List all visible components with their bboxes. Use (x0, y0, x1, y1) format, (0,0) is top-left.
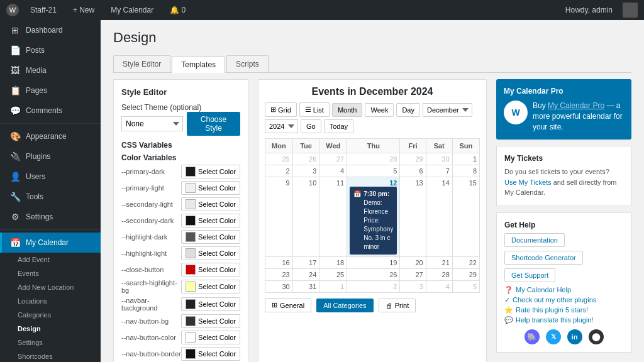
cal-week-button[interactable]: Week (365, 103, 394, 117)
social-github[interactable]: ⬤ (589, 329, 604, 344)
cal-day-1-1[interactable]: 3 (292, 165, 319, 177)
sidebar-item-posts[interactable]: 📄 Posts (0, 40, 101, 60)
cal-day-1-4[interactable]: 6 (400, 165, 426, 177)
cal-day-2-3[interactable]: 12 📅 7:30 pm:Demo: Florence Price: Symph… (347, 177, 400, 257)
cal-day-4-0[interactable]: 23 (265, 269, 293, 281)
color-select-nav-button-border[interactable]: Select Color (181, 347, 240, 361)
cal-day-2-2[interactable]: 11 (319, 177, 347, 257)
cal-day-button[interactable]: Day (396, 103, 420, 117)
help-link-plugins[interactable]: ✓ Check out my other plugins (504, 296, 623, 304)
social-linkedin[interactable]: in (567, 329, 582, 344)
sidebar-item-pages[interactable]: 📋 Pages (0, 80, 101, 101)
color-select-nav-button-color[interactable]: Select Color (181, 331, 240, 344)
cal-day-5-4[interactable]: 3 (400, 281, 426, 293)
cal-day-2-1[interactable]: 10 (292, 177, 319, 257)
cal-day-3-4[interactable]: 20 (400, 257, 426, 269)
submenu-categories[interactable]: Categories (18, 308, 101, 322)
cal-go-button[interactable]: Go (301, 119, 321, 133)
cal-day-5-3[interactable]: 2 (347, 281, 400, 293)
cal-day-2-0[interactable]: 9 (265, 177, 293, 257)
submenu-add-event[interactable]: Add Event (18, 253, 101, 266)
color-select-primary-dark[interactable]: Select Color (181, 165, 240, 178)
social-twitter[interactable]: 𝕏 (546, 329, 561, 344)
cal-day-3-0[interactable]: 16 (265, 257, 293, 269)
cal-day-4-2[interactable]: 25 (319, 269, 347, 281)
help-link-calendar[interactable]: ❓ My Calendar Help (504, 286, 623, 294)
cal-day-4-4[interactable]: 27 (400, 269, 426, 281)
sidebar-item-tools[interactable]: 🔧 Tools (0, 187, 101, 207)
cal-month-select[interactable]: December (423, 103, 472, 117)
get-support-button[interactable]: Get Support (504, 268, 555, 282)
cal-day-0-3[interactable]: 28 (347, 153, 400, 165)
sidebar-item-comments[interactable]: 💬 Comments (0, 101, 101, 121)
cal-day-1-5[interactable]: 7 (426, 165, 452, 177)
cal-day-5-1[interactable]: 31 (292, 281, 319, 293)
sidebar-item-media[interactable]: 🖼 Media (0, 60, 101, 80)
tab-templates[interactable]: Templates (172, 56, 225, 73)
social-mastodon[interactable]: 🐘 (525, 329, 540, 344)
cal-day-5-0[interactable]: 30 (265, 281, 293, 293)
promo-link[interactable]: My Calendar Pro (548, 101, 604, 110)
tickets-link[interactable]: Use My Tickets (504, 178, 552, 186)
cal-grid-button[interactable]: ⊞ Grid (265, 102, 297, 117)
help-link-translate[interactable]: 💬 Help translate this plugin! (504, 316, 623, 324)
color-select-primary-light[interactable]: Select Color (181, 181, 240, 195)
sidebar-item-plugins[interactable]: 🔌 Plugins (0, 146, 101, 167)
color-select-highlight-light[interactable]: Select Color (181, 246, 240, 260)
color-select-navbar-background[interactable]: Select Color (181, 297, 240, 311)
cal-day-2-4[interactable]: 13 (400, 177, 426, 257)
cal-general-button[interactable]: ⊞ General (265, 298, 311, 312)
cal-day-1-6[interactable]: 8 (452, 165, 479, 177)
cal-day-4-5[interactable]: 28 (426, 269, 452, 281)
tab-scripts[interactable]: Scripts (226, 55, 269, 72)
cal-list-button[interactable]: ☰ List (299, 102, 330, 117)
cal-day-1-3[interactable]: 5 (347, 165, 400, 177)
submenu-add-location[interactable]: Add New Location (18, 280, 101, 294)
cal-day-3-6[interactable]: 22 (452, 257, 479, 269)
cal-day-0-6[interactable]: 1 (452, 153, 479, 165)
cal-day-0-5[interactable]: 30 (426, 153, 452, 165)
cal-month-button[interactable]: Month (332, 103, 363, 117)
cal-day-0-0[interactable]: 25 (265, 153, 293, 165)
cal-day-4-3[interactable]: 26 (347, 269, 400, 281)
documentation-button[interactable]: Documentation (504, 233, 565, 247)
tab-style-editor[interactable]: Style Editor (113, 55, 170, 72)
choose-style-button[interactable]: Choose Style (187, 112, 240, 136)
submenu-locations[interactable]: Locations (18, 294, 101, 308)
cal-day-3-2[interactable]: 18 (319, 257, 347, 269)
color-select-nav-button-bg[interactable]: Select Color (181, 314, 240, 328)
sidebar-item-users[interactable]: 👤 Users (0, 167, 101, 187)
adminbar-site[interactable]: Staff-21 (25, 6, 62, 14)
cal-day-1-0[interactable]: 2 (265, 165, 293, 177)
cal-day-3-1[interactable]: 17 (292, 257, 319, 269)
color-select-search-highlight-bg[interactable]: Select Color (181, 280, 240, 293)
cal-day-1-2[interactable]: 4 (319, 165, 347, 177)
theme-select[interactable]: None (121, 116, 183, 131)
adminbar-calendar[interactable]: My Calendar (106, 6, 158, 14)
shortcode-generator-button[interactable]: Shortcode Generator (504, 251, 583, 265)
cal-day-5-2[interactable]: 1 (319, 281, 347, 293)
cal-day-4-1[interactable]: 24 (292, 269, 319, 281)
color-select-secondary-light[interactable]: Select Color (181, 197, 240, 211)
cal-day-3-5[interactable]: 21 (426, 257, 452, 269)
cal-day-0-4[interactable]: 29 (400, 153, 426, 165)
cal-today-button[interactable]: Today (324, 119, 353, 133)
cal-day-0-2[interactable]: 27 (319, 153, 347, 165)
color-select-secondary-dark[interactable]: Select Color (181, 214, 240, 228)
color-select-highlight-dark[interactable]: Select Color (181, 230, 240, 244)
sidebar-item-my-calendar[interactable]: 📅 My Calendar (0, 233, 101, 253)
cal-day-5-6[interactable]: 5 (452, 281, 479, 293)
color-select-close-button[interactable]: Select Color (181, 263, 240, 277)
cal-day-3-3[interactable]: 19 (347, 257, 400, 269)
submenu-design[interactable]: Design (18, 322, 101, 336)
cal-print-button[interactable]: 🖨 Print (379, 299, 416, 312)
submenu-settings[interactable]: Settings (18, 336, 101, 349)
sidebar-item-dashboard[interactable]: ⊞ Dashboard (0, 20, 101, 40)
cal-day-2-5[interactable]: 14 (426, 177, 452, 257)
cal-all-categories-button[interactable]: All Categories (316, 299, 373, 312)
adminbar-notif[interactable]: 🔔 0 (165, 6, 191, 14)
cal-day-2-6[interactable]: 15 (452, 177, 479, 257)
help-link-rate[interactable]: ⭐ Rate this plugin 5 stars! (504, 306, 623, 314)
cal-day-4-6[interactable]: 29 (452, 269, 479, 281)
adminbar-new[interactable]: + New (68, 6, 99, 14)
